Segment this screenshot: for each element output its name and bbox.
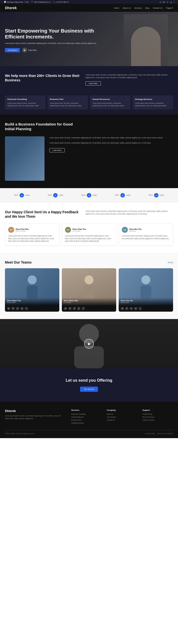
logo-circle-2: @ — [87, 193, 91, 198]
social-ig-icon-2[interactable]: ig — [134, 307, 137, 310]
service-card-header-1: Business Plan → — [50, 98, 85, 100]
author-info-0: Shoo Pluo Dhe CEO & Director — [16, 228, 29, 232]
footer-support-item-0[interactable]: Privacy Policy — [142, 413, 173, 415]
social-play-icon-1[interactable]: ▶ — [64, 307, 67, 310]
build-learn-more-button[interactable]: Learn More — [49, 148, 65, 152]
we-help-left: We help more than 200+ Clients to Grow t… — [5, 74, 80, 86]
play-video-button[interactable]: ▶ Play Video — [22, 48, 37, 52]
arrow-icon-0[interactable]: → — [41, 98, 43, 100]
cta-button[interactable]: Get Started — [80, 386, 98, 392]
svg-rect-3 — [83, 286, 95, 299]
arrow-icon-2[interactable]: → — [126, 98, 128, 100]
social-in-icon-1[interactable]: in — [73, 307, 76, 310]
svg-point-2 — [84, 276, 94, 284]
social-ig-icon-0[interactable]: ig — [20, 307, 24, 310]
social-icon-ba[interactable]: Ba — [163, 1, 165, 3]
social-icon-fb[interactable]: f — [173, 1, 174, 3]
logo-item-4: TEXT @ LoGo — [148, 193, 164, 198]
logo-text-4: TEXT — [148, 194, 153, 196]
copyright-text: ©2022 Tanadir Studio. All rights reserve… — [5, 433, 35, 434]
clock-icon: 🕐 — [4, 1, 6, 3]
footer-company-item-2[interactable]: Contact Us — [107, 419, 137, 421]
nav-home[interactable]: Home — [114, 7, 119, 9]
footer-company-item-0[interactable]: About Us — [107, 413, 137, 415]
logo-item-0: TEXT @ LoGo — [14, 193, 29, 198]
build-para1: Lorem ipsum dolor sit amet, consectetur … — [49, 136, 163, 139]
social-in-icon-0[interactable]: in — [16, 307, 19, 310]
team-card-image-2: Shoo The Jho Ruby Streak — [119, 268, 173, 305]
see-all-button[interactable]: See All — [168, 262, 173, 263]
social-icon-b[interactable]: B — [160, 1, 161, 3]
svg-point-0 — [28, 276, 37, 284]
service-cards: Financial Consulting → Lorem ipsum dolor… — [0, 93, 178, 114]
social-play-icon-0[interactable]: ▶ — [7, 307, 10, 310]
nav-contact[interactable]: Contact Us — [153, 7, 163, 9]
social-icon-ig[interactable]: ig — [170, 1, 171, 3]
social-b-icon-2[interactable]: B — [125, 307, 129, 310]
footer-link-terms[interactable]: Terms and Conditions — [157, 433, 173, 434]
logo-text-2: TEXT — [81, 194, 85, 196]
footer-support-title: Support — [142, 409, 173, 411]
footer-company-item-1[interactable]: Our Services — [107, 416, 137, 418]
nav-about[interactable]: About Us — [123, 7, 131, 9]
social-in-icon-2[interactable]: in — [130, 307, 133, 310]
logo-strip: TEXT @ LoGo TEXT @ LoGo TEXT @ LoGo TEXT… — [0, 188, 178, 202]
footer-services-item-1[interactable]: Human Resource — [71, 416, 102, 418]
build-image-inner — [5, 136, 45, 181]
logo-item-1: TEXT @ LoGo — [47, 193, 63, 198]
svg-point-4 — [141, 276, 150, 284]
arrow-icon-3[interactable]: → — [168, 98, 170, 100]
social-ig-icon-1[interactable]: ig — [77, 307, 80, 310]
testimonial-author-1: SV Shoo Vhan Tho Co Founder — [65, 227, 113, 233]
svg-rect-7 — [74, 346, 104, 368]
testimonial-text-1: Lorem ipsum dolor sit amet, consectetur … — [65, 235, 113, 242]
top-bar-left: 🕐 Monday-Friday 8 AM - 7 PM 📍 1601 Fairf… — [4, 1, 69, 3]
social-b-icon-1[interactable]: B — [68, 307, 72, 310]
avatar-0: SP — [8, 227, 14, 233]
social-fb-icon-0[interactable]: f — [25, 307, 28, 310]
footer-services-col: Services Financial Consulting Human Reso… — [71, 409, 102, 425]
team-member-name-1: Shoo Mhler Nha — [64, 300, 114, 302]
service-card-header-2: Human Resources → — [93, 98, 128, 100]
team-member-role-1: Co. Analyst — [64, 302, 114, 303]
footer-services-item-0[interactable]: Financial Consulting — [71, 413, 102, 415]
footer-support-item-1[interactable]: Terms of Service — [142, 416, 173, 418]
logo-label-1: LoGo — [59, 194, 63, 196]
team-card-0: Shoo Mhan Tho Ruby Analyst ▶ B in ig f — [5, 268, 59, 312]
social-fb-icon-2[interactable]: f — [138, 307, 142, 310]
author-name-1: Shoo Vhan Tho — [72, 228, 86, 230]
social-icon-in[interactable]: in — [167, 1, 168, 3]
testimonial-text-2: I am's lorem dolor consectetur adipiscin… — [122, 235, 170, 240]
teams-header: Meet Our Teams See All — [5, 260, 173, 264]
learn-more-button[interactable]: Learn More — [85, 81, 101, 86]
arrow-icon-1[interactable]: → — [83, 98, 85, 100]
social-b-icon-0[interactable]: B — [11, 307, 15, 310]
nav-services[interactable]: Services — [134, 7, 142, 9]
nav-blog[interactable]: Blog — [145, 7, 149, 9]
service-card-header-0: Financial Consulting → — [8, 98, 43, 100]
hero-content: Start Empowering Your Business with Effi… — [5, 28, 99, 53]
person-svg-1 — [81, 274, 97, 299]
service-card-0: Financial Consulting → Lorem ipsum dolor… — [5, 96, 45, 110]
testimonial-text-0: Lorem ipsum dolor sit amet, consectetur … — [8, 235, 56, 242]
logo-text-0: TEXT — [14, 194, 18, 196]
get-started-button[interactable]: Get Started — [5, 48, 20, 52]
team-member-role-0: Ruby Analyst — [7, 302, 57, 303]
hero-description: Lorem ipsum dolor sit amet, consectetur … — [5, 42, 99, 45]
footer-support-item-2[interactable]: Code of Conduct — [142, 419, 173, 421]
testimonial-author-2: SB Shoo Bro Tho Marketing — [122, 227, 170, 233]
footer-link-privacy[interactable]: Privacy Policy — [145, 433, 155, 434]
testimonials-description: Lorem ipsum dolor sit amet, consectetur … — [85, 210, 173, 219]
logo-label-4: LoGo — [160, 194, 164, 196]
team-overlay-0: Shoo Mhan Tho Ruby Analyst — [5, 298, 59, 305]
video-section — [0, 319, 178, 368]
footer-services-item-2[interactable]: Business Plan — [71, 419, 102, 421]
social-fb-icon-1[interactable]: f — [81, 307, 85, 310]
social-play-icon-2[interactable]: ▶ — [121, 307, 124, 310]
footer-services-item-3[interactable]: Strategy Business — [71, 422, 102, 424]
nav-pages[interactable]: Pages ▾ — [166, 7, 173, 9]
play-icon: ▶ — [22, 48, 27, 52]
testimonials-section: Our Happy Client Sent Us a Happy Feedbac… — [0, 202, 178, 253]
footer-bottom: ©2022 Tanadir Studio. All rights reserve… — [5, 430, 173, 434]
hero-section: Start Empowering Your Business with Effi… — [0, 12, 178, 66]
